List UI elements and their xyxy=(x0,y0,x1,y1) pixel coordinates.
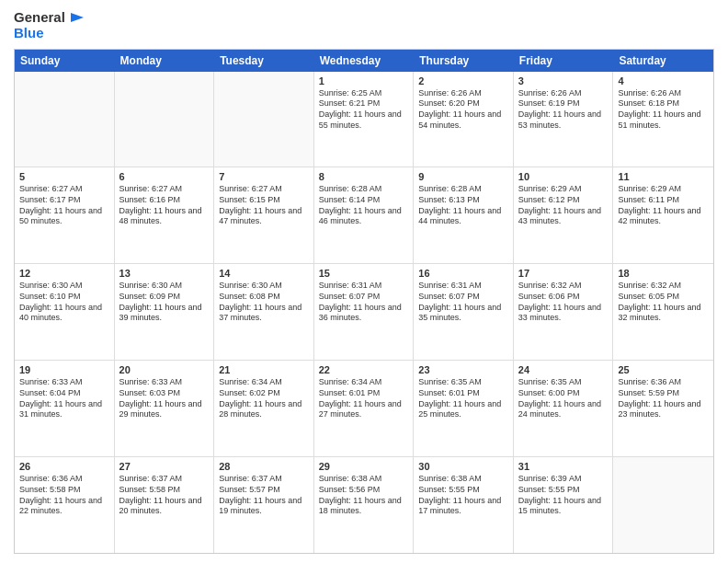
day-number: 29 xyxy=(319,461,409,472)
day-info: Sunrise: 6:27 AM Sunset: 6:17 PM Dayligh… xyxy=(19,184,109,227)
day-info: Sunrise: 6:37 AM Sunset: 5:57 PM Dayligh… xyxy=(219,474,309,517)
day-number: 14 xyxy=(219,268,309,279)
calendar-week-4: 26Sunrise: 6:36 AM Sunset: 5:58 PM Dayli… xyxy=(15,457,713,553)
calendar-day-14: 14Sunrise: 6:30 AM Sunset: 6:08 PM Dayli… xyxy=(214,264,314,360)
calendar-day-empty xyxy=(115,72,215,167)
logo-text: General Blue xyxy=(14,9,84,41)
calendar-day-7: 7Sunrise: 6:27 AM Sunset: 6:15 PM Daylig… xyxy=(214,167,314,263)
day-number: 31 xyxy=(518,461,609,472)
day-info: Sunrise: 6:30 AM Sunset: 6:10 PM Dayligh… xyxy=(19,281,109,324)
logo-general: General xyxy=(14,10,65,26)
header-day-friday: Friday xyxy=(514,50,614,72)
day-info: Sunrise: 6:30 AM Sunset: 6:08 PM Dayligh… xyxy=(219,281,309,324)
calendar-day-11: 11Sunrise: 6:29 AM Sunset: 6:11 PM Dayli… xyxy=(613,167,713,263)
day-info: Sunrise: 6:28 AM Sunset: 6:13 PM Dayligh… xyxy=(418,184,508,227)
day-info: Sunrise: 6:32 AM Sunset: 6:06 PM Dayligh… xyxy=(518,281,609,324)
day-info: Sunrise: 6:26 AM Sunset: 6:19 PM Dayligh… xyxy=(518,88,609,132)
calendar-day-20: 20Sunrise: 6:33 AM Sunset: 6:03 PM Dayli… xyxy=(115,361,215,456)
day-info: Sunrise: 6:34 AM Sunset: 6:01 PM Dayligh… xyxy=(319,377,409,420)
day-info: Sunrise: 6:36 AM Sunset: 5:58 PM Dayligh… xyxy=(19,474,109,517)
day-number: 24 xyxy=(518,364,609,375)
day-info: Sunrise: 6:27 AM Sunset: 6:16 PM Dayligh… xyxy=(119,184,210,227)
calendar-day-26: 26Sunrise: 6:36 AM Sunset: 5:58 PM Dayli… xyxy=(15,457,115,553)
calendar-day-25: 25Sunrise: 6:36 AM Sunset: 5:59 PM Dayli… xyxy=(613,361,713,456)
day-info: Sunrise: 6:26 AM Sunset: 6:20 PM Dayligh… xyxy=(418,88,508,132)
calendar-day-5: 5Sunrise: 6:27 AM Sunset: 6:17 PM Daylig… xyxy=(15,167,115,263)
calendar-week-3: 19Sunrise: 6:33 AM Sunset: 6:04 PM Dayli… xyxy=(15,361,713,457)
page-header: General Blue xyxy=(14,9,714,41)
calendar-header: SundayMondayTuesdayWednesdayThursdayFrid… xyxy=(15,50,713,72)
day-info: Sunrise: 6:31 AM Sunset: 6:07 PM Dayligh… xyxy=(418,281,508,324)
header-day-tuesday: Tuesday xyxy=(214,50,314,72)
day-number: 20 xyxy=(119,364,210,375)
day-info: Sunrise: 6:38 AM Sunset: 5:55 PM Dayligh… xyxy=(418,474,508,517)
calendar-day-15: 15Sunrise: 6:31 AM Sunset: 6:07 PM Dayli… xyxy=(314,264,415,360)
calendar-day-23: 23Sunrise: 6:35 AM Sunset: 6:01 PM Dayli… xyxy=(414,361,514,456)
day-info: Sunrise: 6:30 AM Sunset: 6:09 PM Dayligh… xyxy=(119,281,210,324)
day-number: 6 xyxy=(119,171,210,182)
day-number: 21 xyxy=(219,364,309,375)
day-info: Sunrise: 6:32 AM Sunset: 6:05 PM Dayligh… xyxy=(618,281,709,324)
day-number: 9 xyxy=(418,171,508,182)
header-day-monday: Monday xyxy=(115,50,215,72)
header-day-wednesday: Wednesday xyxy=(314,50,415,72)
logo: General Blue xyxy=(14,9,84,41)
day-number: 22 xyxy=(319,364,409,375)
svg-marker-0 xyxy=(71,13,84,22)
day-number: 15 xyxy=(319,268,409,279)
calendar-day-30: 30Sunrise: 6:38 AM Sunset: 5:55 PM Dayli… xyxy=(414,457,514,553)
calendar-day-empty xyxy=(214,72,314,167)
day-number: 5 xyxy=(19,171,109,182)
calendar-day-17: 17Sunrise: 6:32 AM Sunset: 6:06 PM Dayli… xyxy=(514,264,614,360)
day-info: Sunrise: 6:27 AM Sunset: 6:15 PM Dayligh… xyxy=(219,184,309,227)
day-info: Sunrise: 6:39 AM Sunset: 5:55 PM Dayligh… xyxy=(518,474,609,517)
calendar-day-3: 3Sunrise: 6:26 AM Sunset: 6:19 PM Daylig… xyxy=(514,72,614,167)
calendar-day-12: 12Sunrise: 6:30 AM Sunset: 6:10 PM Dayli… xyxy=(15,264,115,360)
day-number: 25 xyxy=(618,364,709,375)
header-day-sunday: Sunday xyxy=(15,50,115,72)
day-info: Sunrise: 6:33 AM Sunset: 6:04 PM Dayligh… xyxy=(19,377,109,420)
day-info: Sunrise: 6:28 AM Sunset: 6:14 PM Dayligh… xyxy=(319,184,409,227)
day-info: Sunrise: 6:29 AM Sunset: 6:11 PM Dayligh… xyxy=(618,184,709,227)
calendar-day-empty xyxy=(613,457,713,553)
day-info: Sunrise: 6:31 AM Sunset: 6:07 PM Dayligh… xyxy=(319,281,409,324)
day-info: Sunrise: 6:29 AM Sunset: 6:12 PM Dayligh… xyxy=(518,184,609,227)
calendar-week-2: 12Sunrise: 6:30 AM Sunset: 6:10 PM Dayli… xyxy=(15,264,713,361)
day-number: 18 xyxy=(618,268,709,279)
logo-arrow-icon xyxy=(67,9,84,26)
day-info: Sunrise: 6:26 AM Sunset: 6:18 PM Dayligh… xyxy=(618,88,709,132)
day-number: 30 xyxy=(418,461,508,472)
calendar-day-10: 10Sunrise: 6:29 AM Sunset: 6:12 PM Dayli… xyxy=(514,167,614,263)
day-number: 16 xyxy=(418,268,508,279)
calendar-day-21: 21Sunrise: 6:34 AM Sunset: 6:02 PM Dayli… xyxy=(214,361,314,456)
calendar-day-13: 13Sunrise: 6:30 AM Sunset: 6:09 PM Dayli… xyxy=(115,264,215,360)
calendar-day-2: 2Sunrise: 6:26 AM Sunset: 6:20 PM Daylig… xyxy=(414,72,514,167)
calendar-body: 1Sunrise: 6:25 AM Sunset: 6:21 PM Daylig… xyxy=(15,72,713,554)
header-day-saturday: Saturday xyxy=(613,50,713,72)
day-info: Sunrise: 6:38 AM Sunset: 5:56 PM Dayligh… xyxy=(319,474,409,517)
calendar-day-22: 22Sunrise: 6:34 AM Sunset: 6:01 PM Dayli… xyxy=(314,361,415,456)
day-info: Sunrise: 6:35 AM Sunset: 6:00 PM Dayligh… xyxy=(518,377,609,420)
calendar-day-6: 6Sunrise: 6:27 AM Sunset: 6:16 PM Daylig… xyxy=(115,167,215,263)
day-number: 8 xyxy=(319,171,409,182)
day-number: 19 xyxy=(19,364,109,375)
calendar-day-empty xyxy=(15,72,115,167)
day-number: 4 xyxy=(618,75,709,86)
day-number: 13 xyxy=(119,268,210,279)
day-info: Sunrise: 6:34 AM Sunset: 6:02 PM Dayligh… xyxy=(219,377,309,420)
logo-blue: Blue xyxy=(14,26,84,41)
day-info: Sunrise: 6:35 AM Sunset: 6:01 PM Dayligh… xyxy=(418,377,508,420)
calendar-day-19: 19Sunrise: 6:33 AM Sunset: 6:04 PM Dayli… xyxy=(15,361,115,456)
calendar-week-1: 5Sunrise: 6:27 AM Sunset: 6:17 PM Daylig… xyxy=(15,167,713,264)
calendar-day-8: 8Sunrise: 6:28 AM Sunset: 6:14 PM Daylig… xyxy=(314,167,415,263)
day-number: 11 xyxy=(618,171,709,182)
calendar-week-0: 1Sunrise: 6:25 AM Sunset: 6:21 PM Daylig… xyxy=(15,72,713,168)
calendar-day-31: 31Sunrise: 6:39 AM Sunset: 5:55 PM Dayli… xyxy=(514,457,614,553)
calendar-day-4: 4Sunrise: 6:26 AM Sunset: 6:18 PM Daylig… xyxy=(613,72,713,167)
calendar-day-24: 24Sunrise: 6:35 AM Sunset: 6:00 PM Dayli… xyxy=(514,361,614,456)
day-number: 10 xyxy=(518,171,609,182)
day-number: 2 xyxy=(418,75,508,86)
day-number: 27 xyxy=(119,461,210,472)
calendar-day-28: 28Sunrise: 6:37 AM Sunset: 5:57 PM Dayli… xyxy=(214,457,314,553)
page-container: General Blue SundayMondayTuesdayWednesda… xyxy=(0,0,728,563)
